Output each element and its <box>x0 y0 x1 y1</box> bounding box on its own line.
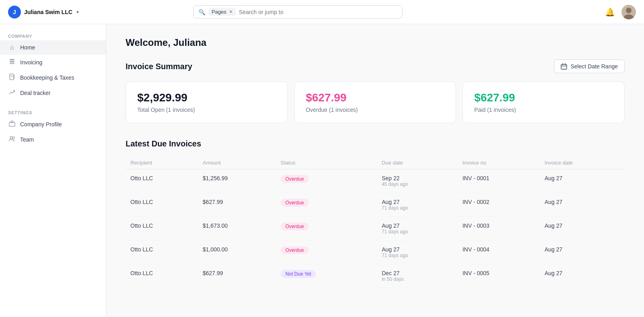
cell-invoice-no: INV - 0003 <box>458 217 540 241</box>
team-icon <box>8 136 16 144</box>
card-paid: $627.99 Paid (1 invoices) <box>462 81 625 123</box>
col-due-date: Due date <box>377 156 458 169</box>
due-date-main: Sep 22 <box>382 175 453 181</box>
sidebar: Company ⌂ Home Invoicing Bookkeeping & T… <box>0 24 106 317</box>
cell-due-date: Dec 27 in 50 days <box>377 264 458 288</box>
due-date-main: Aug 27 <box>382 199 453 205</box>
status-badge: Overdue <box>281 175 309 183</box>
cell-status: Not Due Yet <box>276 264 377 288</box>
table-row[interactable]: Otto LLC $627.99 Not Due Yet Dec 27 in 5… <box>126 264 625 288</box>
main-content: Welcome, Juliana Invoice Summary Select … <box>106 24 644 317</box>
home-icon: ⌂ <box>8 44 16 51</box>
sidebar-item-label: Bookkeeping & Taxes <box>20 74 74 81</box>
sidebar-item-label: Company Profile <box>20 121 62 128</box>
status-badge: Not Due Yet <box>281 270 316 278</box>
sidebar-item-deal-tracker[interactable]: Deal tracker <box>0 85 106 101</box>
sidebar-item-team[interactable]: Team <box>0 132 106 147</box>
table-row[interactable]: Otto LLC $1,256.99 Overdue Sep 22 45 day… <box>126 169 625 193</box>
cell-status: Overdue <box>276 169 377 193</box>
card-overdue: $627.99 Overdue (1 invoices) <box>294 81 456 123</box>
svg-rect-7 <box>14 75 14 79</box>
cell-due-date: Aug 27 71 days ago <box>377 217 458 241</box>
cell-amount: $1,673.00 <box>198 217 276 241</box>
sidebar-item-label: Invoicing <box>20 59 42 66</box>
cell-amount: $627.99 <box>198 193 276 217</box>
date-range-button[interactable]: Select Date Range <box>554 60 625 73</box>
sidebar-settings-label: Settings <box>0 107 106 117</box>
cell-status: Overdue <box>276 217 377 241</box>
cell-due-date: Sep 22 45 days ago <box>377 169 458 193</box>
search-input[interactable] <box>239 9 397 15</box>
date-range-label: Select Date Range <box>570 63 618 70</box>
table-row[interactable]: Otto LLC $627.99 Overdue Aug 27 71 days … <box>126 193 625 217</box>
svg-rect-14 <box>561 64 567 69</box>
svg-rect-11 <box>11 121 13 123</box>
cell-invoice-date: Aug 27 <box>540 193 625 217</box>
logo-icon: J <box>8 6 21 19</box>
svg-point-12 <box>10 136 12 139</box>
company-name: Juliana Swim LLC <box>24 9 72 15</box>
due-date-main: Aug 27 <box>382 246 453 253</box>
svg-rect-4 <box>10 61 14 62</box>
deal-tracker-icon <box>8 89 16 97</box>
cell-due-date: Aug 27 71 days ago <box>377 241 458 264</box>
company-logo-area[interactable]: J Juliana Swim LLC ▾ <box>8 6 89 19</box>
sidebar-item-home[interactable]: ⌂ Home <box>0 40 106 55</box>
cell-invoice-no: INV - 0005 <box>458 264 540 288</box>
table-row[interactable]: Otto LLC $1,000.00 Overdue Aug 27 71 day… <box>126 241 625 264</box>
topbar-right: 🔔 <box>605 5 636 19</box>
svg-point-1 <box>626 8 632 13</box>
svg-rect-5 <box>10 63 14 64</box>
cell-invoice-date: Aug 27 <box>540 264 625 288</box>
invoice-summary-title: Invoice Summary <box>126 62 192 71</box>
invoice-table: Recipient Amount Status Due date Invoice… <box>126 156 625 288</box>
cell-recipient: Otto LLC <box>126 193 198 217</box>
due-date-sub: 71 days ago <box>382 205 453 211</box>
search-tag-close-icon[interactable]: ✕ <box>229 9 233 14</box>
cell-recipient: Otto LLC <box>126 169 198 193</box>
col-amount: Amount <box>198 156 276 169</box>
due-date-sub: in 50 days <box>382 276 453 282</box>
due-date-sub: 71 days ago <box>382 253 453 258</box>
col-status: Status <box>276 156 377 169</box>
card-overdue-amount: $627.99 <box>306 91 445 104</box>
sidebar-item-company-profile[interactable]: Company Profile <box>0 117 106 132</box>
cell-invoice-date: Aug 27 <box>540 241 625 264</box>
sidebar-item-bookkeeping[interactable]: Bookkeeping & Taxes <box>0 70 106 85</box>
card-paid-amount: $627.99 <box>474 91 613 104</box>
invoice-summary-header: Invoice Summary Select Date Range <box>126 60 625 73</box>
sidebar-item-invoicing[interactable]: Invoicing <box>0 55 106 70</box>
status-badge: Overdue <box>281 222 309 231</box>
table-row[interactable]: Otto LLC $1,673.00 Overdue Aug 27 71 day… <box>126 217 625 241</box>
cell-amount: $627.99 <box>198 264 276 288</box>
sidebar-item-label: Team <box>20 136 34 143</box>
search-bar[interactable]: 🔍 Pages ✕ <box>193 5 402 19</box>
card-total-open: $2,929.99 Total Open (1 invoices) <box>126 81 288 123</box>
cell-invoice-no: INV - 0002 <box>458 193 540 217</box>
invoicing-icon <box>8 58 16 66</box>
layout: Company ⌂ Home Invoicing Bookkeeping & T… <box>0 24 644 317</box>
bell-icon[interactable]: 🔔 <box>605 7 615 17</box>
status-badge: Overdue <box>281 246 309 254</box>
sidebar-item-label: Home <box>20 44 35 51</box>
cell-due-date: Aug 27 71 days ago <box>377 193 458 217</box>
cell-recipient: Otto LLC <box>126 241 198 264</box>
svg-point-13 <box>13 137 15 139</box>
summary-cards: $2,929.99 Total Open (1 invoices) $627.9… <box>126 81 625 123</box>
avatar[interactable] <box>621 5 636 19</box>
card-paid-label: Paid (1 invoices) <box>474 107 613 113</box>
svg-rect-3 <box>10 59 14 60</box>
cell-invoice-no: INV - 0001 <box>458 169 540 193</box>
cell-invoice-no: INV - 0004 <box>458 241 540 264</box>
latest-due-title: Latest Due Invoices <box>126 139 625 148</box>
company-profile-icon <box>8 120 16 128</box>
cell-amount: $1,000.00 <box>198 241 276 264</box>
search-tag[interactable]: Pages ✕ <box>208 8 236 16</box>
cell-invoice-date: Aug 27 <box>540 169 625 193</box>
calendar-icon <box>561 63 567 70</box>
cell-status: Overdue <box>276 241 377 264</box>
chevron-down-icon: ▾ <box>76 9 79 15</box>
card-total-open-label: Total Open (1 invoices) <box>137 107 276 113</box>
search-tag-label: Pages <box>212 9 227 15</box>
status-badge: Overdue <box>281 199 309 207</box>
